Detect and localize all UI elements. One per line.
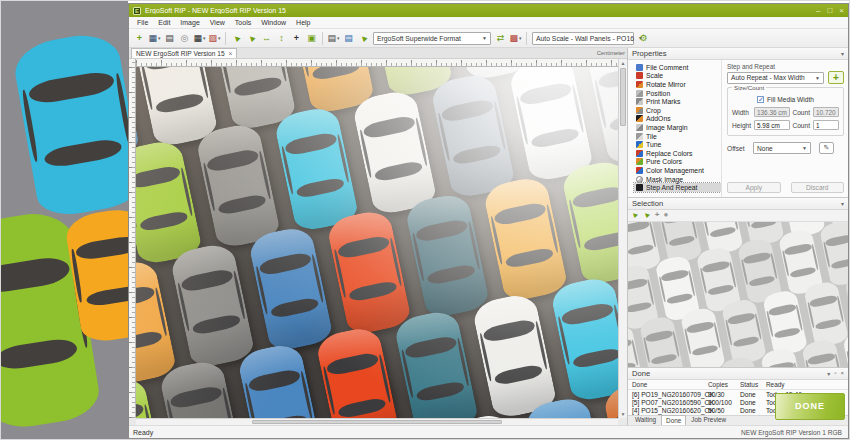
print-environment-select[interactable]: ErgoSoft Superwide Format▼ (373, 32, 491, 45)
pointer-icon[interactable]: ▲ (357, 31, 370, 45)
vscroll-thumb[interactable] (620, 68, 626, 126)
step-and-repeat-group-label: Step and Repeat (727, 63, 844, 70)
tab-waiting[interactable]: Waiting (630, 414, 661, 425)
repeat-mode-select[interactable]: Auto Repeat - Max Width ▼ (727, 72, 824, 84)
close-button[interactable]: × (839, 7, 844, 15)
done-button[interactable]: DONE (775, 393, 845, 420)
open-image-icon[interactable]: ▦▾ (148, 31, 161, 45)
offset-label: Offset (727, 145, 753, 152)
zoom-out-icon[interactable]: ▲ (641, 210, 652, 221)
swap-environment-icon[interactable]: ⇄ (494, 31, 507, 45)
preview-icon[interactable]: ◎ (178, 31, 191, 45)
auto-scale-select[interactable]: Auto Scale - Wall Panels - PO16▼ (532, 32, 634, 45)
document-tab[interactable]: NEW ErgoSoft RIP Version 15 × (131, 48, 237, 58)
tab-done[interactable]: Done (661, 415, 686, 425)
properties-item-tile[interactable]: Tile (634, 132, 721, 141)
car-illustration (819, 222, 848, 287)
properties-item-color-management[interactable]: Color Management (634, 166, 721, 175)
fill-media-width-checkbox[interactable]: ✓ (757, 96, 764, 103)
vertical-scrollbar[interactable]: ▲ ▼ (618, 59, 627, 418)
car-illustration (404, 191, 491, 320)
mask-image-icon (636, 176, 643, 183)
nudge-horizontal-icon[interactable]: ↔ (260, 31, 273, 45)
properties-item-replace-colors[interactable]: Replace Colors (634, 149, 721, 158)
print-icon[interactable]: ▤ (163, 31, 176, 45)
properties-item-print-marks[interactable]: Print Marks (634, 97, 721, 106)
scroll-down-icon[interactable]: ▼ (619, 410, 627, 418)
width-input[interactable]: 136.36 cm (754, 107, 790, 117)
properties-item-scale[interactable]: Scale (634, 72, 721, 81)
horizontal-scrollbar[interactable] (136, 418, 618, 425)
apply-button[interactable]: Apply (727, 182, 781, 193)
menu-view[interactable]: View (205, 19, 230, 26)
menu-file[interactable]: File (132, 19, 153, 26)
car-illustration (273, 104, 360, 233)
selection-preview-cars (628, 222, 848, 367)
menu-help[interactable]: Help (291, 19, 315, 26)
position-crosshair-icon[interactable]: + (290, 31, 303, 45)
add-image-glyph: + (137, 33, 142, 43)
add-image-icon[interactable]: + (133, 31, 146, 45)
properties-item-crop[interactable]: Crop (634, 106, 721, 115)
column-header-status[interactable]: Status (740, 381, 766, 388)
zoom-in-icon[interactable]: ▲ (629, 210, 640, 221)
panel-menu-icon[interactable]: ▾ (827, 370, 830, 377)
car-illustration (314, 325, 401, 418)
menu-tools[interactable]: Tools (230, 19, 256, 26)
tab-close-icon[interactable]: × (229, 50, 233, 57)
menu-image[interactable]: Image (175, 19, 204, 26)
column-header-ready[interactable]: Ready (766, 381, 816, 388)
color-tools-icon[interactable]: ▨▾ (208, 31, 221, 45)
nudge-vertical-icon[interactable]: ↕ (275, 31, 288, 45)
menu-window[interactable]: Window (256, 19, 291, 26)
properties-item-label: Replace Colors (646, 150, 692, 157)
properties-item-rotate-mirror[interactable]: Rotate Mirror (634, 80, 721, 89)
print-environment-icon[interactable]: ▤▾ (327, 31, 340, 45)
add-repeat-button[interactable]: + (828, 71, 844, 84)
scroll-up-icon[interactable]: ▲ (619, 59, 627, 67)
column-header-done[interactable]: Done (632, 381, 708, 388)
properties-item-image-margin[interactable]: Image Margin (634, 123, 721, 132)
maximize-button[interactable]: □ (827, 7, 832, 15)
duplicate-icon[interactable]: ▣ (305, 31, 318, 45)
tab-job-preview[interactable]: Job Preview (686, 414, 731, 425)
properties-item-pure-colors[interactable]: Pure Colors (634, 158, 721, 167)
offset-select[interactable]: None ▼ (753, 142, 811, 154)
properties-item-file-comment[interactable]: File Comment (634, 63, 721, 72)
properties-item-addons[interactable]: AddOns (634, 115, 721, 124)
count1-input[interactable]: 10.720 (813, 107, 839, 117)
count2-input[interactable]: 1 (813, 120, 839, 130)
scale-icon (636, 72, 643, 79)
settings-gear-icon[interactable]: ⚙ (637, 31, 650, 45)
properties-item-position[interactable]: Position (634, 89, 721, 98)
chevron-down-icon: ▼ (815, 75, 820, 81)
toolbar: +▦▾▤◎▦▾▨▾▲▲↔↕+▣▤▾▤▲ErgoSoft Superwide Fo… (129, 29, 848, 48)
panel-menu-icon[interactable]: ▾ (841, 200, 844, 207)
image-tools-icon[interactable]: ▦▾ (193, 31, 206, 45)
properties-item-step-and-repeat[interactable]: Step And Repeat (634, 183, 721, 192)
chevron-down-icon: ▾ (218, 35, 221, 41)
fit-view-icon[interactable]: + (655, 211, 660, 219)
properties-item-tune[interactable]: Tune (634, 140, 721, 149)
properties-item-label: Tile (646, 133, 657, 140)
select-cursor-icon[interactable]: ▲ (230, 31, 243, 45)
properties-item-mask-image[interactable]: Mask Image (634, 175, 721, 184)
height-input[interactable]: 5.98 cm (754, 120, 790, 130)
column-header-copies[interactable]: Copies (708, 381, 740, 388)
close-panel-icon[interactable]: × (840, 370, 844, 376)
color-grid-icon[interactable]: ▩▾ (509, 31, 522, 45)
discard-button[interactable]: Discard (791, 182, 845, 193)
layout-canvas[interactable] (136, 67, 618, 418)
edit-offset-button[interactable]: ✎ (819, 142, 834, 154)
minimize-button[interactable]: – (816, 7, 820, 15)
deselect-cursor-icon[interactable]: ▲ (245, 31, 258, 45)
panel-menu-icon[interactable]: ▾ (841, 50, 844, 57)
pan-hand-icon[interactable]: ● (664, 211, 669, 219)
rip-job-icon[interactable]: ▤ (342, 31, 355, 45)
selection-preview[interactable] (628, 222, 848, 367)
print-environment-glyph: ▤ (327, 33, 336, 43)
hscroll-thumb[interactable] (252, 420, 503, 424)
pin-icon[interactable]: ▫ (834, 370, 836, 376)
menu-edit[interactable]: Edit (153, 19, 175, 26)
car-illustration (762, 289, 808, 357)
